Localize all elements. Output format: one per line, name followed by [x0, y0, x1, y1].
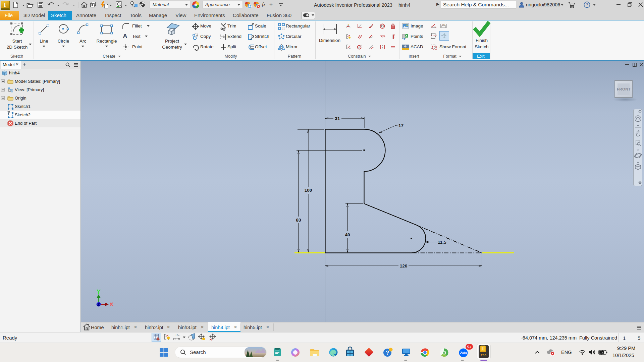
svg-text:?: ?	[586, 3, 588, 7]
svg-text:+/−: +/−	[175, 334, 179, 337]
svg-text:?: ?	[386, 350, 389, 356]
svg-text:5+: 5+	[467, 345, 472, 349]
svg-text:17: 17	[398, 123, 404, 128]
svg-text:{x}: {x}	[442, 23, 445, 26]
svg-text:Zalo: Zalo	[460, 351, 467, 355]
svg-text:PRO: PRO	[481, 354, 486, 357]
svg-text:83: 83	[296, 218, 301, 223]
svg-text:100: 100	[305, 188, 312, 193]
svg-text:11.5: 11.5	[438, 240, 446, 245]
svg-text:31: 31	[335, 116, 340, 121]
svg-text:I: I	[482, 346, 484, 351]
svg-text:126: 126	[400, 263, 408, 268]
svg-text:40: 40	[345, 232, 350, 237]
